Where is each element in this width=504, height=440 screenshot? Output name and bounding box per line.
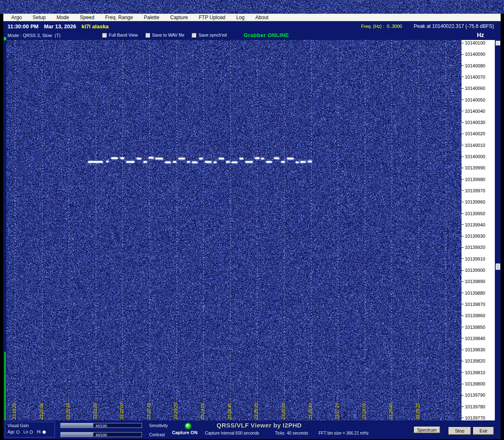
sensitivity-value: 40/100 [61, 424, 142, 428]
signal-trace-segment [240, 158, 243, 159]
freq-scale-row: 10139850 [462, 325, 485, 330]
freq-scale-row: 10140070 [462, 75, 485, 80]
freq-scale-label: 10139880 [465, 291, 485, 296]
signal-trace-segment [187, 161, 190, 163]
signal-trace-segment [205, 161, 212, 163]
freq-scale-row: 10139990 [462, 165, 485, 170]
freq-tick-mark [462, 395, 464, 395]
hz-unit-label: Hz [477, 32, 484, 38]
spectrogram[interactable]: 23:19:2023:20:0023:20:4023:21:2023:22:00… [6, 40, 462, 420]
freq-scale-label: 10140090 [465, 52, 485, 57]
freq-scale-label: 10139980 [465, 177, 485, 182]
freq-scale-row: 10139840 [462, 336, 485, 341]
freq-scale-label: 10139990 [465, 165, 485, 170]
freq-tick-mark [462, 213, 464, 214]
control-bar: Visual Gain AgcLoHi 40/100 40/100 Sensit… [3, 420, 501, 439]
time-tick-label: 23:24:40 [228, 403, 232, 419]
capture-status: Capture ON [172, 430, 197, 435]
freq-scale-row: 10140100 [462, 40, 485, 45]
time-gridline [365, 40, 365, 420]
toolbar-checkboxes: Full Band ViewSave to WAV fileSave synch… [102, 32, 227, 37]
menu-item-ftp-upload[interactable]: FTP Upload [193, 14, 231, 21]
freq-scale-row: 10139920 [462, 245, 485, 250]
peak-readout: Peak at 10140022.317 (-75.6 dBFS) [414, 23, 494, 29]
signal-trace-segment [178, 158, 185, 159]
menu-item-setup[interactable]: Setup [27, 14, 51, 21]
freq-tick-mark [462, 270, 464, 271]
checkbox-save-synch-ed[interactable]: Save synch'ed [192, 32, 227, 37]
radio-label: Lo [23, 430, 28, 434]
freq-tick-mark [462, 293, 464, 293]
scrollbar-thumb[interactable] [496, 264, 500, 270]
radio-agc[interactable]: Agc [7, 430, 20, 434]
time-gridline [177, 40, 177, 420]
time-tick-label: 23:28:00 [362, 403, 367, 419]
time-gridline [338, 40, 338, 420]
menu-item-mode[interactable]: Mode [51, 14, 75, 21]
visual-gain-label: Visual Gain [7, 423, 52, 428]
menu-item-freq-range[interactable]: Freq. Range [100, 14, 138, 21]
menu-item-argo[interactable]: Argo [6, 14, 27, 21]
checkbox-label: Save to WAV file [152, 32, 185, 37]
freq-tick-mark [462, 43, 464, 43]
stop-button[interactable]: Stop [448, 427, 471, 435]
radio-circle[interactable] [30, 430, 33, 434]
scrollbar-arrow[interactable] [496, 41, 500, 45]
clock-group: 11:30:00 PM Mar 13, 2026 kl7l alaska [7, 23, 109, 30]
time-gridline [42, 40, 42, 420]
freq-scale-label: 10139810 [465, 370, 485, 375]
freq-scale-label: 10139970 [465, 188, 485, 193]
freq-scale-label: 10140070 [465, 75, 485, 80]
freq-scale-row: 10139820 [462, 358, 485, 363]
freq-tick-mark [462, 304, 464, 304]
time-tick-label: 23:22:00 [120, 403, 124, 419]
freq-scale-label: 10140010 [465, 143, 485, 148]
freq-scale-label: 10139800 [465, 381, 485, 386]
checkbox-box[interactable] [145, 33, 150, 37]
capture-led-icon [185, 423, 191, 429]
menu-item-speed[interactable]: Speed [75, 14, 100, 21]
spectrum-button[interactable]: Spectrum [414, 426, 440, 433]
checkbox-save-to-wav-file[interactable]: Save to WAV file [145, 32, 185, 37]
signal-trace-segment [88, 161, 103, 163]
radio-hi[interactable]: Hi [37, 430, 45, 434]
freq-scale-row: 10139880 [462, 291, 485, 296]
freq-scale-row: 10140010 [462, 143, 485, 148]
menu-item-about[interactable]: About [250, 14, 274, 21]
freq-range-readout: Freq. (Hz) : 0..3000 [361, 24, 402, 29]
level-indicator-bar [4, 352, 6, 420]
signal-trace-segment [281, 161, 285, 163]
signal-trace-segment [173, 161, 176, 163]
background-noise-strip [0, 0, 504, 14]
freq-scale-row: 10140080 [462, 63, 485, 68]
noise-texture [0, 0, 504, 14]
contrast-value: 40/100 [61, 433, 142, 437]
radio-circle[interactable] [42, 430, 46, 434]
signal-trace-segment [274, 157, 279, 159]
sensitivity-label: Sensitivity [149, 423, 168, 428]
time-tick-label: 23:26:00 [282, 403, 286, 419]
freq-scale-label: 10140100 [465, 40, 485, 45]
mode-label: Mode : QRSS 3, Slow (T) [7, 33, 60, 38]
checkbox-full-band-view[interactable]: Full Band View [102, 32, 138, 37]
radio-label: Hi [37, 430, 40, 434]
checkbox-box[interactable] [102, 33, 107, 37]
time-tick-label: 23:26:40 [309, 403, 313, 419]
signal-trace-segment [214, 162, 217, 163]
sensitivity-slider[interactable]: 40/100 [60, 423, 142, 428]
freq-tick-mark [462, 224, 464, 225]
freq-scale-row: 10139980 [462, 177, 485, 182]
time-gridline [69, 40, 69, 420]
menu-bar: ArgoSetupModeSpeedFreq. RangePaletteCapt… [3, 14, 501, 21]
freq-scale-row: 10139800 [462, 381, 485, 386]
menu-item-log[interactable]: Log [231, 14, 250, 21]
contrast-slider[interactable]: 40/100 [60, 432, 142, 437]
radio-lo[interactable]: Lo [23, 430, 33, 434]
freq-scale-row: 10140060 [462, 86, 485, 91]
checkbox-box[interactable] [192, 33, 196, 37]
radio-circle[interactable] [16, 430, 20, 434]
menu-item-palette[interactable]: Palette [138, 14, 165, 21]
menu-item-capture[interactable]: Capture [165, 14, 194, 21]
exit-button[interactable]: Exit [473, 427, 494, 435]
time-gridline [230, 40, 231, 420]
